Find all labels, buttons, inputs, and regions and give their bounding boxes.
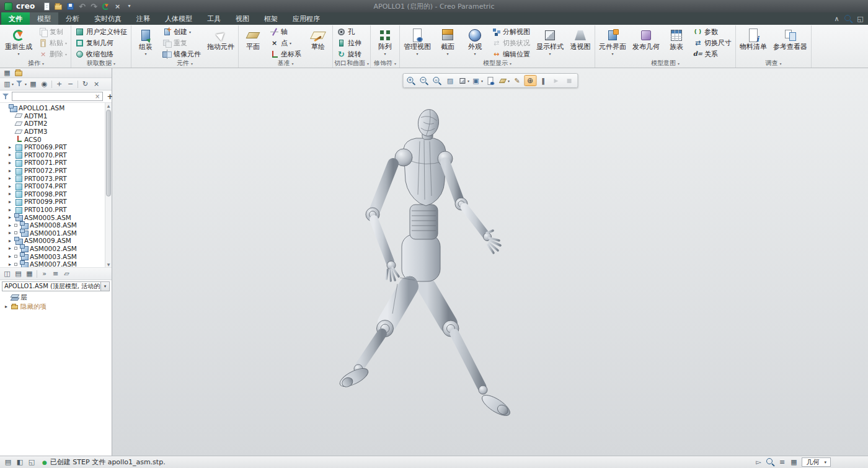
tree-node[interactable]: ▸ASM0005.ASM [0, 213, 105, 221]
undo-button[interactable]: ↶ [77, 1, 88, 11]
datum-axis-button[interactable]: 轴 [267, 26, 304, 37]
expander-icon[interactable]: ▸ [7, 223, 12, 228]
reset-orientation-button[interactable]: ■ [563, 75, 575, 86]
previous-orientation-button[interactable]: ▶ [550, 75, 562, 86]
tree-node[interactable]: ▸PRT0099.PRT [0, 198, 105, 206]
tab-annotate[interactable]: 注释 [129, 12, 157, 25]
tree-filter-input[interactable] [14, 92, 94, 100]
minimize-ribbon-button[interactable]: ∧ [831, 14, 842, 24]
publish-geometry-button[interactable]: 发布几何 [630, 26, 662, 51]
selection-filter-select[interactable]: 几何 ▾ [802, 457, 831, 467]
tree-node[interactable]: ▸ASM0009.ASM [0, 237, 105, 245]
tree-node[interactable]: ▸ASM0003.ASM [0, 252, 105, 260]
pointer-select-button[interactable]: ▻ [753, 457, 764, 467]
layer-tree-toggle-button[interactable]: ◫ [2, 269, 12, 279]
tree-node[interactable]: ▸PRT0070.PRT [0, 151, 105, 159]
highlight-on-select-button[interactable]: ◉ [39, 79, 50, 89]
group-label-cut-and-surface[interactable]: 切口和曲面▾ [334, 59, 369, 68]
active-model-combo[interactable]: APOLLO1.ASM (顶层模型, 活动的) ▾ [2, 281, 110, 291]
perspective-button[interactable]: 透视图 [567, 26, 593, 51]
tree-view-toggle-button[interactable]: ▤ [13, 269, 24, 279]
toggle-status-button[interactable]: ⇄切换状况 [489, 37, 533, 48]
customize-toolbar-button[interactable]: ▾ [124, 1, 135, 11]
expander-icon[interactable]: ▸ [7, 152, 12, 157]
spin-center-button[interactable]: ⊕ [524, 75, 536, 86]
command-search-button[interactable] [843, 14, 854, 24]
regenerate-button[interactable]: 重新生成▾ [2, 26, 35, 56]
detach-tree-button[interactable]: ▱ [61, 269, 72, 279]
component-interface-button[interactable]: 元件界面▾ [596, 26, 629, 56]
combo-dropdown-button[interactable]: ▾ [100, 282, 109, 291]
expander-icon[interactable]: ▸ [7, 144, 12, 150]
regenerate-model-button[interactable] [100, 1, 112, 11]
expander-icon[interactable]: ▸ [7, 245, 12, 251]
datum-point-button[interactable]: ×点▾ [267, 37, 304, 48]
tree-node[interactable]: ▸PRT0100.PRT [0, 206, 105, 214]
tab-tools[interactable]: 工具 [200, 12, 228, 25]
section-button[interactable]: 截面▾ [435, 26, 461, 56]
tree-node[interactable]: ▸ASM0008.ASM [0, 221, 105, 229]
hidden-items-item[interactable]: ▸ 隐藏的项 [0, 302, 112, 311]
appearance-button[interactable]: 外观▾ [462, 26, 488, 56]
expander-icon[interactable]: ▸ [7, 230, 12, 236]
toggle-navigator-button[interactable]: ▤ [2, 457, 14, 467]
toggle-full-screen-button[interactable]: ◱ [26, 457, 37, 467]
expander-icon[interactable]: ▸ [7, 160, 12, 166]
tab-manikin[interactable]: 人体模型 [157, 12, 200, 25]
clear-filter-icon[interactable]: × [94, 93, 101, 100]
group-label-datum[interactable]: 基准▾ [240, 59, 331, 68]
tab-analysis[interactable]: 分析 [58, 12, 87, 25]
expander-icon[interactable]: ▸ [7, 262, 12, 267]
datum-display-filters-button[interactable]: ▾ [497, 75, 510, 86]
family-table-button[interactable]: 族表 [663, 26, 689, 51]
refit-button[interactable] [431, 75, 443, 86]
expander-icon[interactable]: ▸ [7, 207, 12, 213]
switch-dimensions-button[interactable]: ⇄切换尺寸 [691, 37, 734, 48]
expander-icon[interactable]: ▸ [7, 168, 12, 174]
revolve-button[interactable]: ↻旋转 [334, 48, 364, 60]
clipped-items-button[interactable]: ≡ [776, 457, 787, 467]
group-label-component[interactable]: 元件▾ [133, 59, 237, 68]
copy-button[interactable]: 复制 [36, 26, 69, 37]
assemble-button[interactable]: 组装▾ [133, 26, 159, 56]
expander-icon[interactable]: ▸ [4, 304, 9, 309]
exploded-view-button[interactable]: 分解视图 [489, 26, 533, 37]
expander-icon[interactable]: ▸ [7, 199, 12, 205]
display-style-button[interactable]: ▾ [457, 75, 470, 86]
open-file-button[interactable] [53, 1, 64, 11]
manage-views-button[interactable]: 管理视图▾ [401, 26, 433, 56]
tree-node[interactable]: ▸PRT0071.PRT [0, 159, 105, 167]
scroll-track[interactable] [105, 108, 112, 262]
group-label-modifiers[interactable]: 修饰符▾ [372, 59, 398, 68]
view-manager-button[interactable] [484, 75, 497, 86]
create-button[interactable]: 创建▾ [160, 26, 203, 37]
tree-scrollbar[interactable]: ▲ ▼ [105, 103, 112, 267]
expander-icon[interactable]: ▸ [7, 175, 12, 181]
sketch-button[interactable]: 草绘 [305, 26, 331, 51]
tree-node[interactable]: ADTM1 [0, 112, 105, 120]
annotation-display-button[interactable]: ✎ [511, 75, 523, 86]
scroll-up-icon[interactable]: ▲ [107, 103, 110, 108]
search-in-model-button[interactable] [764, 457, 776, 467]
screen-options-button[interactable]: ◱ [855, 14, 866, 24]
shrinkwrap-button[interactable]: 收缩包络 [73, 48, 130, 60]
tree-node[interactable]: APOLLO1.ASM [0, 104, 105, 112]
layer-display-button[interactable]: ▦ [24, 269, 35, 279]
expander-icon[interactable]: ▸ [7, 238, 12, 244]
display-style-button[interactable]: 显示样式▾ [534, 26, 566, 56]
group-label-get-data[interactable]: 获取数据▾ [73, 59, 130, 68]
tree-node[interactable]: ▸ASM0002.ASM [0, 245, 105, 253]
orientation-lock-button[interactable]: ‖ [537, 75, 549, 86]
datum-plane-button[interactable]: 平面 [240, 26, 266, 51]
coordinate-system-button[interactable]: 坐标系 [267, 48, 304, 60]
tab-file[interactable]: 文件 [1, 12, 30, 25]
relations-button[interactable]: d=关系 [691, 48, 734, 60]
close-window-button[interactable]: × [112, 1, 123, 11]
close-navigator-button[interactable]: × [91, 79, 102, 89]
tree-node[interactable]: ▸PRT0098.PRT [0, 190, 105, 198]
expander-icon[interactable]: ▸ [7, 191, 12, 196]
expander-icon[interactable]: ▸ [7, 254, 12, 259]
model-tree-tab-button[interactable]: ▦ [2, 68, 12, 78]
parameters-button[interactable]: ( )参数 [691, 26, 734, 37]
tree-node[interactable]: ADTM3 [0, 128, 105, 136]
